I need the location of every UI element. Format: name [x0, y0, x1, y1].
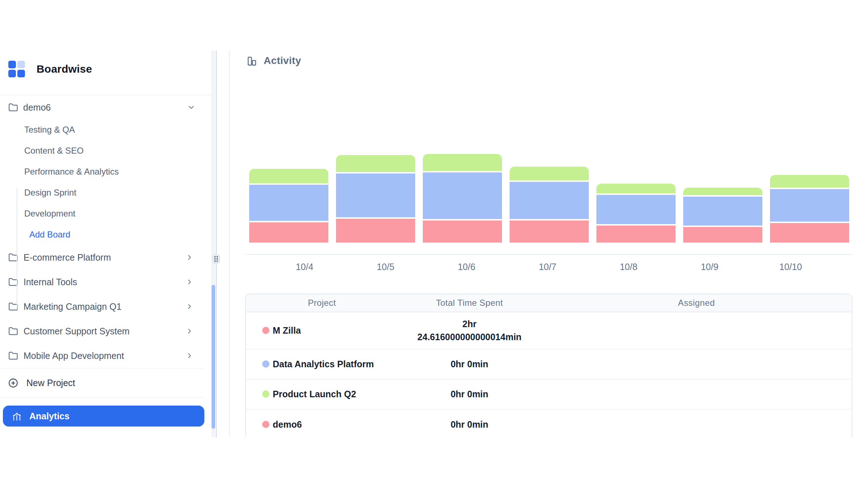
bar-segment-product-launch-q2[interactable] [510, 167, 589, 180]
project-list: E-commerce Platform Internal Tools Marke… [0, 245, 216, 368]
analytics-nav-button[interactable]: Analytics [3, 406, 204, 427]
project-name: Product Launch Q2 [273, 389, 356, 399]
activity-bar-10/6[interactable] [423, 154, 502, 243]
assigned-cell [541, 327, 852, 334]
x-axis-line [245, 254, 852, 255]
bar-segment-m-zilla[interactable] [770, 223, 849, 243]
activity-bar-10/9[interactable] [683, 188, 762, 243]
project-color-dot [262, 390, 269, 398]
main-content: Activity 10/410/510/610/710/810/910/10 P… [238, 51, 868, 437]
panel-divider-line [229, 51, 230, 437]
bar-segment-data-analytics-platform[interactable] [510, 182, 589, 219]
chevron-right-icon[interactable] [186, 278, 193, 286]
bar-segment-data-analytics-platform[interactable] [683, 197, 762, 226]
assigned-cell [541, 421, 852, 428]
activity-bar-10/8[interactable] [596, 184, 676, 243]
bar-segment-data-analytics-platform[interactable] [423, 172, 502, 219]
project-label: demo6 [23, 102, 51, 113]
project-label: E-commerce Platform [24, 252, 111, 263]
sidebar-scrollbar-thumb[interactable] [212, 285, 215, 429]
table-row: Data Analytics Platform 0hr 0min [246, 350, 852, 380]
chevron-right-icon[interactable] [186, 327, 193, 335]
sidebar-project-item[interactable]: E-commerce Platform [0, 245, 216, 270]
folder-icon [8, 351, 18, 361]
bar-segment-data-analytics-platform[interactable] [249, 185, 328, 221]
time-spent-cell: 0hr 0min [398, 413, 541, 436]
sidebar-project-item[interactable]: Customer Support System [0, 319, 216, 343]
sidebar-board-item[interactable]: Performance & Analytics [0, 161, 216, 182]
tree-guide-line [17, 188, 17, 309]
project-name: Data Analytics Platform [273, 359, 374, 369]
table-header-row: Project Total Time Spent Assigned [246, 294, 852, 312]
project-color-dot [262, 327, 269, 334]
x-axis-label: 10/6 [426, 262, 507, 272]
time-spent-cell: 0hr 0min [398, 352, 541, 376]
x-axis-label: 10/9 [669, 262, 750, 272]
bar-segment-product-launch-q2[interactable] [683, 188, 762, 195]
x-axis-label: 10/5 [345, 262, 426, 272]
bar-segment-m-zilla[interactable] [510, 221, 589, 243]
sidebar-board-item[interactable]: Development [0, 203, 216, 224]
bar-segment-m-zilla[interactable] [249, 222, 328, 243]
project-cell: Product Launch Q2 [246, 389, 398, 399]
sidebar-board-item[interactable]: Design Sprint [0, 182, 216, 203]
activity-bar-10/5[interactable] [336, 155, 415, 243]
bar-segment-data-analytics-platform[interactable] [770, 189, 849, 222]
bar-segment-m-zilla[interactable] [683, 227, 762, 243]
chevron-right-icon[interactable] [186, 303, 193, 311]
time-spent-cell: 0hr 0min [398, 382, 541, 406]
sidebar-nav: demo6 Testing & QAContent & SEOPerforman… [0, 95, 216, 427]
activity-bar-10/7[interactable] [510, 167, 589, 243]
column-header-project: Project [246, 298, 398, 308]
bar-segment-product-launch-q2[interactable] [249, 169, 328, 183]
table-row: demo6 0hr 0min [246, 410, 852, 437]
brand-name: Boardwise [37, 63, 92, 75]
bar-segment-product-launch-q2[interactable] [336, 155, 415, 172]
chevron-down-icon[interactable] [187, 103, 196, 112]
sidebar-project-item[interactable]: Mobile App Development [0, 343, 216, 368]
project-cell: M Zilla [246, 325, 398, 336]
project-cell: Data Analytics Platform [246, 359, 398, 369]
sidebar-project-item[interactable]: Internal Tools [0, 270, 216, 294]
bar-segment-product-launch-q2[interactable] [596, 184, 676, 193]
project-label: Internal Tools [24, 277, 77, 287]
time-spent-table: Project Total Time Spent Assigned M Zill… [245, 294, 852, 437]
new-project-label: New Project [26, 378, 75, 388]
x-axis-label: 10/8 [588, 262, 669, 272]
project-cell: demo6 [246, 419, 398, 430]
add-board-button[interactable]: Add Board [0, 224, 216, 245]
app-window: Boardwise demo6 Testing & QAContent & SE… [0, 51, 868, 437]
assigned-cell [541, 391, 852, 397]
analytics-label: Analytics [29, 411, 69, 421]
time-spent-cell: 2hr 24.616000000000014min [398, 312, 541, 349]
brand-logo-row: Boardwise [8, 61, 92, 77]
board-tree: Testing & QAContent & SEOPerformance & A… [0, 119, 216, 245]
new-project-button[interactable]: New Project [0, 368, 216, 397]
activity-bar-10/10[interactable] [770, 175, 849, 243]
project-label: Marketing Campaign Q1 [24, 301, 122, 312]
bar-segment-data-analytics-platform[interactable] [596, 195, 676, 224]
project-name: demo6 [273, 419, 302, 430]
sidebar-board-item[interactable]: Content & SEO [0, 140, 216, 161]
sidebar-project-item[interactable]: Marketing Campaign Q1 [0, 294, 216, 319]
folder-icon [8, 326, 18, 336]
sidebar-project-demo6[interactable]: demo6 [0, 95, 216, 119]
bar-segment-product-launch-q2[interactable] [770, 175, 849, 188]
sidebar-resize-handle[interactable] [212, 254, 220, 264]
bar-segment-m-zilla[interactable] [596, 226, 676, 243]
sidebar: Boardwise demo6 Testing & QAContent & SE… [0, 51, 216, 437]
project-label: Customer Support System [24, 326, 129, 337]
column-header-assigned: Assigned [541, 298, 852, 308]
x-axis-label: 10/4 [264, 262, 345, 272]
sidebar-resize-border [216, 51, 217, 437]
bar-segment-m-zilla[interactable] [336, 219, 415, 243]
chevron-right-icon[interactable] [186, 253, 193, 261]
chevron-right-icon[interactable] [186, 352, 193, 360]
table-body: M Zilla 2hr 24.616000000000014min Data A… [246, 312, 852, 437]
bar-segment-product-launch-q2[interactable] [423, 154, 502, 171]
bar-segment-m-zilla[interactable] [423, 221, 502, 243]
activity-bar-10/4[interactable] [249, 169, 328, 243]
x-axis-labels: 10/410/510/610/710/810/910/10 [264, 262, 831, 272]
sidebar-board-item[interactable]: Testing & QA [0, 119, 216, 140]
bar-segment-data-analytics-platform[interactable] [336, 174, 415, 217]
